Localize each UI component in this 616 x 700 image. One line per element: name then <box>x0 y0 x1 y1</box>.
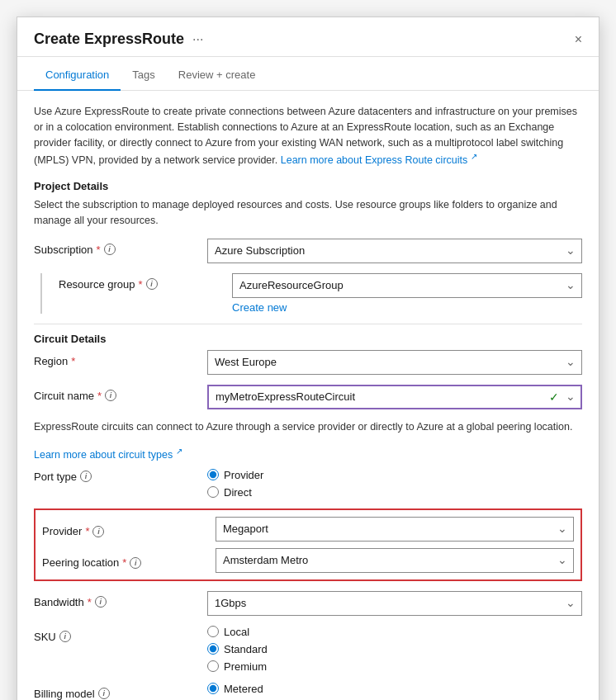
bandwidth-info-icon[interactable]: i <box>95 596 107 608</box>
title-row: Create ExpressRoute ··· <box>34 31 203 56</box>
learn-more-circuit-external-icon: ↗ <box>176 446 182 455</box>
region-select-wrapper: West Europe <box>207 350 582 375</box>
billing-model-label: Billing model i <box>34 683 207 700</box>
circuit-name-row: Circuit name * i myMetroExpressRouteCirc… <box>34 385 582 409</box>
circuit-name-validated-wrapper: myMetroExpressRouteCircuit ✓ <box>207 385 582 409</box>
circuit-details-title: Circuit Details <box>34 333 582 345</box>
port-type-row: Port type i Provider Direct <box>34 469 582 499</box>
region-control: West Europe <box>207 350 582 375</box>
dialog-title: Create ExpressRoute <box>34 31 184 56</box>
subscription-row: Subscription * i Azure Subscription <box>34 239 582 263</box>
divider-1 <box>34 324 582 324</box>
subscription-required: * <box>97 244 101 256</box>
sku-premium-radio[interactable] <box>207 660 219 672</box>
provider-select-wrapper: Megaport <box>216 517 574 542</box>
peering-location-select-wrapper: Amsterdam Metro <box>216 548 574 573</box>
tab-review-create[interactable]: Review + create <box>167 60 268 91</box>
provider-select[interactable]: Megaport <box>216 517 574 542</box>
main-content: Use Azure ExpressRoute to create private… <box>17 91 599 700</box>
provider-control: Megaport <box>216 517 574 542</box>
dialog-ellipsis[interactable]: ··· <box>192 32 203 55</box>
close-button[interactable]: × <box>575 33 582 54</box>
circuit-name-required: * <box>97 390 102 402</box>
port-type-direct-radio[interactable] <box>207 486 219 498</box>
sku-row: SKU i Local Standard Premium <box>34 626 582 673</box>
learn-more-circuit-link[interactable]: Learn more about circuit types ↗ <box>34 449 182 461</box>
peering-location-required: * <box>122 556 126 569</box>
port-type-direct[interactable]: Direct <box>207 486 582 499</box>
sku-info-icon[interactable]: i <box>59 631 71 642</box>
sku-label: SKU i <box>34 626 207 643</box>
peering-location-info-icon[interactable]: i <box>130 557 141 569</box>
port-type-label: Port type i <box>34 469 207 483</box>
subscription-control: Azure Subscription <box>207 239 582 263</box>
create-expressroute-dialog: Create ExpressRoute ··· × Configuration … <box>17 17 599 700</box>
external-link-icon: ↗ <box>471 152 477 161</box>
create-new-resource-group-link[interactable]: Create new <box>232 301 287 314</box>
sku-premium[interactable]: Premium <box>207 660 582 673</box>
provider-required: * <box>85 525 89 537</box>
project-details-section: Project Details Select the subscription … <box>34 180 582 314</box>
subscription-select-wrapper: Azure Subscription <box>207 239 582 263</box>
resource-group-row: Resource group * i AzureResourceGroup Cr… <box>40 273 582 314</box>
circuit-name-select-wrapper: myMetroExpressRouteCircuit ✓ <box>207 385 582 409</box>
provider-highlighted-section: Provider * i Megaport <box>34 508 582 581</box>
sku-local-radio[interactable] <box>207 626 219 637</box>
bandwidth-required: * <box>88 596 92 608</box>
circuit-name-control: myMetroExpressRouteCircuit ✓ <box>207 385 582 409</box>
dialog-header: Create ExpressRoute ··· × <box>17 17 599 57</box>
bandwidth-select-wrapper: 1Gbps <box>207 591 582 616</box>
tab-configuration[interactable]: Configuration <box>34 60 121 91</box>
port-type-provider-radio[interactable] <box>207 469 219 480</box>
peering-location-label: Peering location * i <box>42 551 216 569</box>
resource-group-control: AzureResourceGroup Create new <box>232 273 582 314</box>
circuit-details-section: Circuit Details Region * West Europe <box>34 333 582 700</box>
sku-local[interactable]: Local <box>207 626 582 638</box>
circuit-connect-info: ExpressRoute circuits can connect to Azu… <box>34 419 582 435</box>
circuit-name-info-icon[interactable]: i <box>105 390 116 401</box>
region-label: Region * <box>34 350 207 367</box>
port-type-provider[interactable]: Provider <box>207 469 582 481</box>
provider-info-icon[interactable]: i <box>92 526 104 537</box>
resource-group-select[interactable]: AzureResourceGroup <box>232 273 582 298</box>
subscription-label: Subscription * i <box>34 239 207 256</box>
resource-group-label: Resource group * i <box>59 273 232 291</box>
peering-location-control: Amsterdam Metro <box>216 548 574 573</box>
port-type-info-icon[interactable]: i <box>80 471 92 482</box>
description-text: Use Azure ExpressRoute to create private… <box>34 104 582 168</box>
bandwidth-row: Bandwidth * i 1Gbps <box>34 591 582 616</box>
billing-model-control: Metered Unlimited <box>207 683 582 700</box>
billing-metered-radio[interactable] <box>207 683 219 694</box>
region-required: * <box>71 355 75 367</box>
subscription-info-icon[interactable]: i <box>104 244 116 255</box>
resource-group-info-icon[interactable]: i <box>146 278 158 290</box>
region-select[interactable]: West Europe <box>207 350 582 375</box>
sku-standard-radio[interactable] <box>207 643 219 655</box>
expressroute-learn-more-link[interactable]: Learn more about Express Route circuits … <box>281 154 477 166</box>
bandwidth-label: Bandwidth * i <box>34 591 207 608</box>
sku-control: Local Standard Premium <box>207 626 582 673</box>
provider-label: Provider * i <box>42 520 216 537</box>
region-row: Region * West Europe <box>34 350 582 375</box>
billing-model-info-icon[interactable]: i <box>98 688 110 699</box>
bandwidth-control: 1Gbps <box>207 591 582 616</box>
billing-metered[interactable]: Metered <box>207 683 582 695</box>
peering-location-select[interactable]: Amsterdam Metro <box>216 548 574 573</box>
circuit-name-label: Circuit name * i <box>34 385 207 402</box>
tab-tags[interactable]: Tags <box>121 60 166 91</box>
provider-row: Provider * i Megaport <box>42 517 574 542</box>
port-type-control: Provider Direct <box>207 469 582 499</box>
resource-group-select-wrapper: AzureResourceGroup <box>232 273 582 298</box>
peering-location-row: Peering location * i Amsterdam Metro <box>42 548 574 573</box>
sku-standard[interactable]: Standard <box>207 643 582 655</box>
project-details-description: Select the subscription to manage deploy… <box>34 197 582 229</box>
tab-bar: Configuration Tags Review + create <box>17 60 599 91</box>
project-details-title: Project Details <box>34 180 582 192</box>
circuit-name-select[interactable]: myMetroExpressRouteCircuit <box>207 385 582 409</box>
subscription-select[interactable]: Azure Subscription <box>207 239 582 263</box>
bandwidth-select[interactable]: 1Gbps <box>207 591 582 616</box>
resource-group-required: * <box>139 278 143 291</box>
billing-model-row: Billing model i Metered Unlimited <box>34 683 582 700</box>
learn-more-circuit: Learn more about circuit types ↗ <box>34 446 582 460</box>
